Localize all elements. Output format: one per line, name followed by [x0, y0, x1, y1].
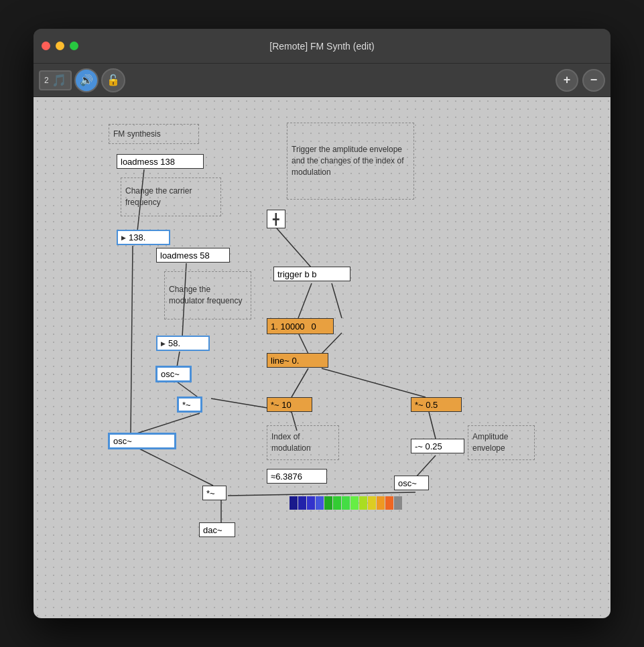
lock-button[interactable]: 🔓 [101, 68, 125, 92]
vu-cell-11 [377, 496, 385, 510]
multiply-out-object[interactable]: *~ [202, 486, 227, 500]
osc-modulator[interactable]: osc~ [156, 366, 191, 382]
toolbar-right: + − [556, 69, 605, 92]
vu-cell-8 [350, 496, 359, 510]
main-window: [Remote] FM Synth (edit) 2 🎵 🔊 🔓 + − [34, 29, 610, 618]
pd-canvas[interactable]: FM synthesis loadmess 138 Change the car… [34, 97, 610, 618]
number-58-box[interactable]: 58. [156, 336, 210, 351]
vu-cell-2 [298, 496, 306, 510]
svg-line-5 [133, 413, 200, 435]
svg-line-11 [298, 333, 308, 354]
zoom-in-button[interactable]: + [556, 69, 578, 92]
toggle-cross-icon: ╋ [273, 213, 279, 226]
toolbar-badge: 2 🎵 [39, 70, 72, 90]
svg-line-8 [277, 228, 312, 268]
zoom-out-button[interactable]: − [582, 69, 605, 92]
vu-cell-3 [307, 496, 315, 510]
svg-line-12 [322, 333, 342, 354]
page-icon: 🎵 [52, 73, 66, 88]
dac-object[interactable]: dac~ [199, 522, 235, 537]
vu-meter[interactable] [289, 496, 407, 511]
svg-line-14 [322, 368, 426, 397]
svg-line-3 [177, 352, 180, 367]
line-tilde-object[interactable]: line~ 0. [267, 353, 328, 368]
fm-synthesis-comment: FM synthesis [109, 124, 199, 144]
osc-out-object[interactable]: osc~ [394, 476, 429, 490]
svg-line-18 [228, 492, 415, 496]
toolbar: 2 🎵 🔊 🔓 + − [34, 64, 610, 97]
multiply-modulator[interactable]: *~ [178, 397, 202, 412]
number-138-box[interactable]: 138. [117, 230, 170, 245]
amplitude-env-comment: Amplitude envelope [468, 425, 535, 460]
svg-line-16 [429, 412, 436, 439]
multiply-05-object[interactable]: *~ 0.5 [411, 397, 462, 412]
maximize-button[interactable] [70, 42, 78, 50]
svg-line-17 [415, 455, 436, 478]
mod-freq-comment: Change the modulator frequency [164, 271, 251, 319]
message-1-10000[interactable]: 1. 10000 0 [267, 318, 334, 334]
traffic-lights [42, 42, 78, 50]
trigger-bb-object[interactable]: trigger b b [273, 267, 350, 281]
speaker-icon: 🔊 [80, 74, 93, 86]
multiply-10-object[interactable]: *~ 10 [267, 397, 312, 412]
vu-cell-6 [333, 496, 341, 510]
minimize-button[interactable] [56, 42, 64, 50]
vu-cell-1 [289, 496, 298, 510]
svg-line-9 [298, 283, 312, 318]
index-mod-comment: Index of modulation [267, 425, 339, 460]
carrier-freq-comment: Change the carrier frequency [121, 177, 221, 216]
subtract-025-object[interactable]: -~ 0.25 [411, 439, 464, 453]
trigger-comment: Trigger the amplitude envelope and the c… [287, 123, 414, 200]
vu-cell-5 [324, 496, 332, 510]
svg-line-6 [139, 449, 213, 486]
toggle-button[interactable]: ╋ [267, 210, 285, 228]
svg-line-13 [292, 368, 308, 397]
vu-cell-7 [342, 496, 350, 510]
vu-cell-9 [359, 496, 367, 510]
osc-carrier[interactable]: osc~ [109, 433, 176, 449]
lock-icon: 🔓 [107, 74, 120, 86]
window-title: [Remote] FM Synth (edit) [269, 41, 374, 52]
vu-cell-4 [316, 496, 324, 510]
vu-cell-13 [394, 496, 402, 510]
close-button[interactable] [42, 42, 50, 50]
audio-button[interactable]: 🔊 [74, 68, 99, 92]
badge-number: 2 [44, 76, 49, 85]
svg-line-4 [177, 382, 200, 399]
svg-line-10 [332, 283, 342, 318]
approx-value-object[interactable]: ≈6.3876 [267, 469, 327, 484]
title-bar: [Remote] FM Synth (edit) [34, 29, 610, 64]
vu-cell-12 [385, 496, 393, 510]
loadmess-58-object[interactable]: loadmess 58 [156, 248, 230, 263]
svg-line-1 [131, 246, 133, 435]
vu-cell-10 [368, 496, 376, 510]
loadmess-138-object[interactable]: loadmess 138 [117, 154, 204, 169]
